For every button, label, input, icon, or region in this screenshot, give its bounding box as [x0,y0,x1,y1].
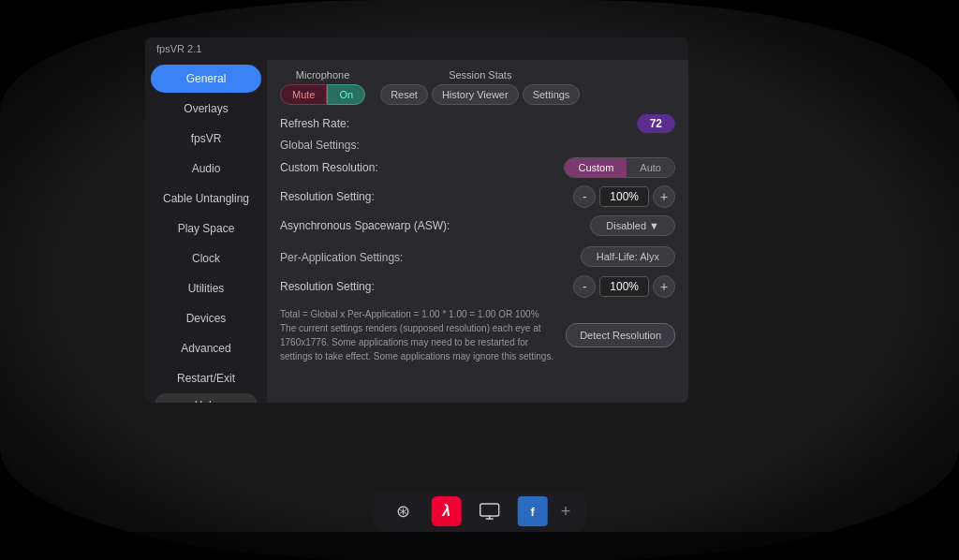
session-stats-group: Session Stats Reset History Viewer Setti… [380,69,580,105]
taskbar: ⊛ λ f + [374,491,586,532]
microphone-toggle: Mute On [280,84,365,105]
svg-text:f: f [531,505,536,519]
session-stats-label: Session Stats [449,69,511,81]
per-app-resolution-label: Resolution Setting: [280,280,375,293]
lambda-icon[interactable]: λ [432,496,462,526]
global-settings-label: Global Settings: [280,139,675,152]
session-settings-button[interactable]: Settings [523,84,581,105]
total-line: Total = Global x Per-Application = 1.00 … [280,307,558,321]
microphone-group: Microphone Mute On [280,69,365,105]
sidebar-item-audio[interactable]: Audio [151,155,261,183]
refresh-rate-value: 72 [637,114,675,133]
refresh-rate-row: Refresh Rate: 72 [280,114,675,133]
app-name-button[interactable]: Half-Life: Alyx [581,246,675,267]
custom-resolution-row: Custom Resolution: Custom Auto [280,157,675,178]
info-box: Total = Global x Per-Application = 1.00 … [280,307,675,363]
menu-icon[interactable]: ☰ [19,538,31,553]
sidebar-item-overlays[interactable]: Overlays [151,95,261,123]
sidebar-item-cable-untangling[interactable]: Cable Untangling [151,184,261,213]
per-app-row: Per-Application Settings: Half-Life: Aly… [280,243,675,270]
app-title: fpsVR 2.1 [156,43,201,54]
custom-button[interactable]: Custom [565,158,627,177]
app-body: General Overlays fpsVR Audio Cable Untan… [145,60,688,403]
bell-icon[interactable]: 🔔 [878,538,896,554]
sidebar-item-restart-exit[interactable]: Restart/Exit [151,364,261,392]
info-text: Total = Global x Per-Application = 1.00 … [280,307,558,363]
per-app-resolution-plus[interactable]: + [653,275,675,298]
per-app-resolution-minus[interactable]: - [573,275,596,298]
history-viewer-button[interactable]: History Viewer [432,84,519,105]
auto-button[interactable]: Auto [627,158,674,177]
custom-resolution-label: Custom Resolution: [280,161,378,174]
app-window: fpsVR 2.1 General Overlays fpsVR Audio C… [145,37,688,403]
vr-overlay: fpsVR 2.1 General Overlays fpsVR Audio C… [0,0,959,560]
taskbar-add-icon[interactable]: + [561,502,571,522]
refresh-rate-label: Refresh Rate: [280,117,349,130]
mic-on-button[interactable]: On [327,84,365,105]
svg-rect-0 [480,504,499,516]
title-bar: fpsVR 2.1 [145,37,688,60]
sidebar-item-fpsvr[interactable]: fpsVR [151,125,261,153]
bottom-bar: ☰ ♟ 🔊 🔔 14:53 [0,532,959,560]
sidebar-item-general[interactable]: General [151,65,261,93]
sidebar-item-utilities[interactable]: Utilities [151,274,261,302]
asw-label: Asynchronous Spacewarp (ASW): [280,219,450,232]
detect-resolution-button[interactable]: Detect Resolution [566,323,675,347]
session-buttons: Reset History Viewer Settings [380,84,580,105]
top-row: Microphone Mute On Session Stats Reset H… [280,69,675,105]
per-app-resolution-stepper: - 100% + [573,275,675,298]
microphone-label: Microphone [296,69,349,81]
per-app-label: Per-Application Settings: [280,251,403,264]
global-resolution-plus[interactable]: + [653,185,675,208]
global-resolution-minus[interactable]: - [573,185,596,208]
clock-time: 14:53 [909,539,940,553]
bottom-left-icons: ☰ ♟ 🔊 [19,538,89,553]
custom-auto-toggle: Custom Auto [564,157,675,178]
detail-text: The current settings renders (supposed r… [280,321,558,363]
reset-button[interactable]: Reset [380,84,428,105]
volume-icon[interactable]: 🔊 [73,538,89,553]
steam-icon[interactable]: ⊛ [389,496,419,526]
global-resolution-value: 100% [599,186,649,207]
monitor-icon[interactable] [475,496,505,526]
per-app-resolution-value: 100% [599,276,649,297]
asw-row: Asynchronous Spacewarp (ASW): Disabled ▼ [280,215,675,236]
mute-button[interactable]: Mute [280,84,327,105]
fpsvr-taskbar-icon[interactable]: f [518,496,548,526]
sidebar-item-play-space[interactable]: Play Space [151,214,261,243]
sidebar-item-clock[interactable]: Clock [151,244,261,273]
sidebar-help-button[interactable]: Help [155,393,258,403]
asw-dropdown[interactable]: Disabled ▼ [590,215,675,236]
per-app-resolution-row: Resolution Setting: - 100% + [280,275,675,298]
user-icon[interactable]: ♟ [46,538,58,553]
sidebar-item-advanced[interactable]: Advanced [151,334,261,362]
global-resolution-stepper: - 100% + [573,185,675,208]
sidebar: General Overlays fpsVR Audio Cable Untan… [145,60,267,403]
main-content: Microphone Mute On Session Stats Reset H… [267,60,688,403]
sidebar-item-devices[interactable]: Devices [151,304,261,332]
global-resolution-label: Resolution Setting: [280,190,375,203]
bottom-right: 🔔 14:53 [878,538,940,554]
global-resolution-row: Resolution Setting: - 100% + [280,185,675,208]
